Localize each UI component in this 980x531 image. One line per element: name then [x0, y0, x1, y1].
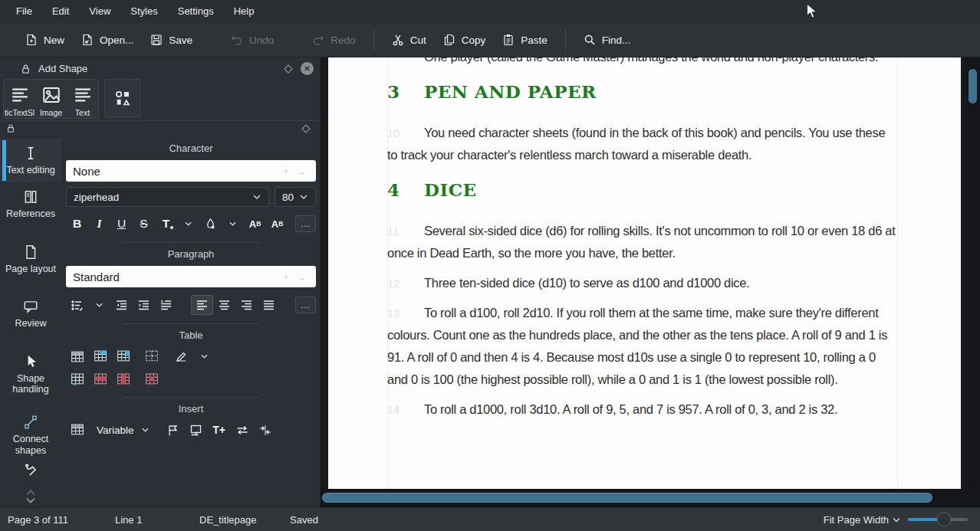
combo-plus-chevron-icons[interactable]: + ⌄ [283, 271, 309, 283]
subscript-button[interactable]: AB [266, 214, 288, 234]
paragraph-text: To roll a d100, roll 2d10. If you roll t… [387, 306, 887, 386]
align-justify-button[interactable] [258, 295, 280, 315]
table-pen-button[interactable] [169, 347, 192, 365]
align-right-button[interactable] [235, 295, 258, 315]
superscript-button[interactable]: AB [244, 214, 266, 234]
insert-bookmark-button[interactable] [162, 421, 185, 439]
menu-edit[interactable]: Edit [42, 0, 79, 23]
scroll-up-icon[interactable] [25, 489, 37, 497]
font-color-chevron-icon[interactable] [177, 214, 199, 234]
copy-button[interactable]: Copy [435, 29, 495, 51]
new-button[interactable]: New [17, 29, 73, 51]
vertical-scrollbar-thumb[interactable] [968, 69, 977, 103]
list-style-button[interactable] [66, 295, 88, 315]
find-button[interactable]: Find... [575, 29, 640, 51]
document-canvas[interactable]: One player (called the Game Master) mana… [321, 57, 980, 507]
tab-shape-handling[interactable]: Shape handling [0, 347, 61, 402]
font-family-combo[interactable]: ziperhead [66, 187, 269, 207]
tab-freehand-partial[interactable] [0, 463, 61, 481]
align-center-button[interactable] [213, 295, 235, 315]
tab-connect-shapes[interactable]: Connect shapes [0, 408, 61, 463]
table-pen-chevron-icon[interactable] [192, 347, 215, 365]
save-button[interactable]: Save [142, 29, 201, 51]
character-more-button[interactable]: ... [295, 215, 316, 232]
delete-table-button[interactable] [140, 370, 163, 388]
insert-wrap-arrows-button[interactable] [254, 421, 277, 439]
font-color-button[interactable]: T [155, 214, 177, 234]
insert-horizontal-arrows-button[interactable] [231, 421, 254, 439]
document-paragraph[interactable]: 12Three ten-sided dice (d10) to serve as… [387, 272, 897, 294]
increase-indent-button[interactable] [133, 295, 155, 315]
table-borders-button[interactable] [140, 347, 163, 365]
lock-icon[interactable] [6, 123, 15, 133]
redo-button[interactable]: Redo [304, 29, 363, 51]
insert-textbox-button[interactable]: T+ [208, 421, 231, 439]
document-paragraph[interactable]: 14To roll a d1000, roll 3d10. A roll of … [387, 398, 897, 421]
document-heading[interactable]: 4DICE [387, 179, 897, 202]
insert-row-below-button[interactable] [89, 347, 112, 365]
float-docker-icon[interactable] [301, 124, 310, 133]
image-shape-button[interactable]: Image [35, 80, 67, 118]
underline-button[interactable]: U [110, 214, 133, 234]
italic-button[interactable]: I [88, 214, 110, 234]
open-button[interactable]: Open... [73, 29, 142, 51]
first-line-indent-button[interactable] [155, 295, 177, 315]
document-page[interactable]: One player (called the Game Master) mana… [328, 57, 961, 489]
decrease-indent-button[interactable] [110, 295, 133, 315]
insert-column-button[interactable] [112, 347, 135, 365]
split-cells-button[interactable] [66, 370, 89, 388]
menu-help[interactable]: Help [224, 0, 265, 23]
tab-page-layout[interactable]: Page layout [0, 238, 61, 281]
vertical-scrollbar[interactable] [966, 57, 980, 489]
style-indicator[interactable]: DE_titlepage [199, 514, 290, 526]
undo-button[interactable]: Undo [222, 29, 282, 51]
font-size-combo[interactable]: 80 [275, 187, 316, 207]
combo-plus-chevron-icons[interactable]: + ⌄ [283, 166, 309, 177]
cut-button[interactable]: Cut [383, 29, 435, 51]
document-paragraph[interactable]: One player (called the Game Master) mana… [387, 57, 897, 68]
zoom-mode-dropdown[interactable]: Fit Page Width [824, 514, 889, 526]
insert-row-above-button[interactable] [66, 347, 89, 365]
menu-file[interactable]: File [6, 0, 42, 23]
document-paragraph[interactable]: 13To roll a d100, roll 2d10. If you roll… [387, 302, 897, 391]
horizontal-scrollbar-thumb[interactable] [322, 493, 932, 503]
highlight-color-button[interactable] [199, 214, 222, 234]
highlight-chevron-icon[interactable] [222, 214, 244, 234]
document-content[interactable]: One player (called the Game Master) mana… [387, 57, 897, 428]
close-docker-icon[interactable]: ✕ [301, 62, 314, 75]
scroll-down-icon[interactable] [25, 497, 37, 504]
list-style-chevron-icon[interactable] [88, 295, 110, 315]
delete-column-button[interactable] [112, 370, 135, 388]
menu-styles[interactable]: Styles [120, 0, 167, 23]
tab-review[interactable]: Review [0, 292, 61, 336]
more-shapes-button[interactable] [104, 79, 140, 117]
variable-chevron-icon[interactable] [137, 421, 154, 439]
document-paragraph[interactable]: 10You need character sheets (found in th… [387, 122, 897, 166]
menu-view[interactable]: View [79, 0, 120, 23]
document-heading[interactable]: 3PEN AND PAPER [387, 80, 897, 103]
paragraph-style-combo[interactable]: Standard + ⌄ [66, 266, 316, 287]
tab-text-editing[interactable]: Text editing [0, 139, 61, 182]
paste-button[interactable]: Paste [494, 29, 556, 51]
tab-references[interactable]: References [0, 182, 61, 226]
artistic-text-shape-button[interactable]: ticTextSl [4, 80, 35, 118]
character-style-combo[interactable]: None + ⌄ [66, 160, 316, 182]
align-left-button[interactable] [191, 295, 213, 315]
document-paragraph[interactable]: 11Several six-sided dice (d6) for rollin… [387, 220, 897, 264]
zoom-slider[interactable] [908, 518, 968, 521]
paragraph-more-button[interactable]: ... [295, 297, 316, 313]
insert-variable-label[interactable]: Variable [97, 424, 134, 436]
zoom-slider-handle[interactable] [936, 513, 951, 527]
insert-table-button[interactable] [66, 421, 89, 439]
strikethrough-button[interactable]: S [133, 214, 155, 234]
text-shape-button[interactable]: Text [67, 80, 98, 118]
delete-row-button[interactable] [89, 370, 112, 388]
bold-button[interactable]: B [66, 214, 88, 234]
insert-section-button[interactable] [185, 421, 208, 439]
page-indicator[interactable]: Page 3 of 111 [8, 514, 115, 526]
horizontal-scrollbar[interactable] [321, 489, 980, 507]
zoom-mode-chevron-icon[interactable] [892, 516, 901, 523]
lock-icon[interactable] [21, 64, 31, 74]
float-docker-icon[interactable] [284, 64, 292, 73]
menu-settings[interactable]: Settings [168, 0, 224, 23]
